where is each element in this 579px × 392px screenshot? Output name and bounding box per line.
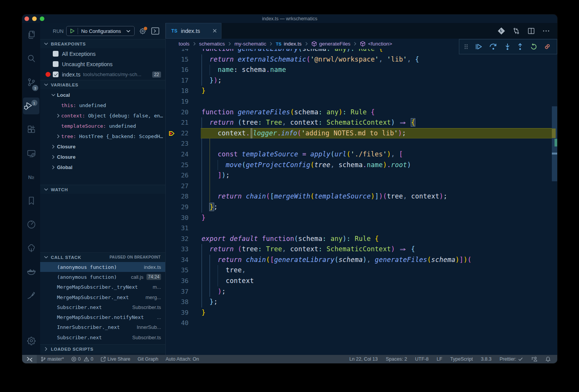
activity-bar-item-gauge[interactable]	[22, 213, 40, 236]
debug-disconnect-button[interactable]	[544, 43, 551, 50]
line-number[interactable]: 17	[166, 75, 201, 86]
status-item[interactable]: 00	[71, 356, 93, 362]
call-stack-frame[interactable]: (anonymous function)index.ts	[40, 262, 165, 272]
breadcrumb-item[interactable]: generateFiles	[311, 41, 351, 47]
debug-step-out-button[interactable]	[517, 43, 523, 50]
breakpoint-row[interactable]: All Exceptions	[40, 49, 165, 59]
line-number[interactable]: 24	[166, 149, 201, 160]
status-item[interactable]: 3.8.3	[481, 356, 491, 362]
variable-row[interactable]: this: undefined	[40, 100, 165, 111]
activity-bar-item-run-debug[interactable]: 1	[22, 94, 40, 118]
close-tab-icon[interactable]	[212, 28, 218, 34]
call-stack-frame[interactable]: (anonymous function)call.js74:24	[40, 272, 165, 282]
line-number[interactable]: 29	[166, 202, 201, 213]
activity-bar-item-files[interactable]	[22, 23, 40, 47]
debug-continue-button[interactable]	[475, 43, 483, 50]
breakpoint-row[interactable]: Uncaught Exceptions	[40, 59, 165, 69]
code-area[interactable]: 14function generateLibrary(schema: any):…	[166, 49, 552, 329]
chevron-right-icon[interactable]	[51, 165, 56, 170]
line-number[interactable]: 21	[166, 117, 201, 128]
debug-restart-button[interactable]	[530, 43, 537, 50]
line-number[interactable]: 30	[166, 213, 201, 223]
status-item[interactable]: LF	[437, 356, 442, 362]
chevron-right-icon[interactable]	[56, 113, 61, 118]
breadcrumb-item[interactable]: schematics	[199, 41, 225, 47]
line-number[interactable]: 36	[166, 276, 201, 286]
more-actions-icon[interactable]	[542, 27, 550, 35]
line-number[interactable]: 38	[166, 297, 201, 307]
tab-index-ts[interactable]: TS index.ts	[166, 23, 221, 39]
line-number[interactable]: 14	[166, 49, 201, 54]
activity-bar-item-sketch[interactable]	[22, 284, 40, 307]
start-debug-icon[interactable]	[70, 28, 75, 34]
activity-bar-item-search[interactable]	[22, 47, 40, 70]
activity-bar-item-source-control[interactable]: 3	[22, 70, 40, 94]
loaded-scripts-section-header[interactable]: LOADED SCRIPTS	[40, 344, 165, 353]
split-editor-icon[interactable]	[527, 27, 535, 35]
gitlens-compare-icon[interactable]	[498, 27, 505, 35]
line-number[interactable]: 35	[166, 265, 201, 276]
breadcrumb-item[interactable]: tools	[179, 41, 190, 47]
line-number[interactable]: 22	[166, 128, 201, 139]
call-stack-frame[interactable]: MergeMapSubscriber.notifyNext...	[40, 312, 165, 322]
line-number[interactable]: 15	[166, 54, 201, 65]
chevron-right-icon[interactable]	[51, 155, 56, 159]
line-number[interactable]: 25	[166, 160, 201, 171]
debug-breakpoint-arrow-icon[interactable]	[169, 130, 175, 137]
variables-scope-row[interactable]: Global	[40, 162, 165, 172]
line-number[interactable]: 23	[166, 138, 201, 149]
line-number[interactable]: 26	[166, 170, 201, 181]
variable-row[interactable]: templateSource: undefined	[40, 121, 165, 131]
call-stack-frame[interactable]: MergeMapSubscriber._nextmerg...	[40, 292, 165, 302]
chevron-right-icon[interactable]	[51, 144, 56, 149]
close-window-button[interactable]	[24, 16, 29, 21]
open-changes-icon[interactable]	[512, 27, 520, 35]
variables-scope-row[interactable]: Local	[40, 90, 165, 100]
call-stack-frame[interactable]: Subscriber.nextSubscriber.ts	[40, 332, 165, 342]
variable-row[interactable]: tree: HostTree {_backend: ScopedH…	[40, 131, 165, 142]
line-number[interactable]: 27	[166, 181, 201, 192]
line-number[interactable]: 34	[166, 255, 201, 265]
variables-scope-row[interactable]: Closure	[40, 152, 165, 162]
call-stack-frame[interactable]: InnerSubscriber._nextInnerSub...	[40, 322, 165, 332]
breakpoint-checkbox[interactable]	[53, 51, 59, 57]
line-number[interactable]: 18	[166, 86, 201, 96]
line-number[interactable]: 33	[166, 244, 201, 255]
debug-step-over-button[interactable]	[489, 43, 498, 50]
watch-section-header[interactable]: WATCH	[40, 185, 165, 194]
chevron-right-icon[interactable]	[56, 134, 61, 139]
call-stack-section-header[interactable]: CALL STACK PAUSED ON BREAKPOINT	[40, 252, 165, 262]
line-number[interactable]: 20	[166, 107, 201, 118]
variables-scope-row[interactable]: Closure	[40, 142, 165, 152]
zoom-window-button[interactable]	[40, 16, 44, 21]
status-item[interactable]: Ln 22, Col 13	[349, 356, 377, 362]
breadcrumb-item[interactable]: TSindex.ts	[276, 41, 301, 47]
minimize-window-button[interactable]	[32, 16, 37, 21]
debug-configuration-dropdown[interactable]: No Configurations	[66, 26, 135, 36]
activity-bar-item-bookmarks[interactable]	[22, 189, 40, 213]
status-item[interactable]	[545, 356, 551, 362]
line-number[interactable]: 32	[166, 234, 201, 244]
line-number[interactable]: 19	[166, 96, 201, 107]
breadcrumb-item[interactable]: <function>	[360, 41, 392, 47]
line-number[interactable]: 28	[166, 191, 201, 202]
status-item[interactable]: Auto Attach: On	[166, 356, 199, 362]
line-number[interactable]: 37	[166, 286, 201, 297]
activity-bar-item-nx-console[interactable]: N≥	[22, 165, 40, 189]
debug-console-button[interactable]	[151, 27, 159, 35]
breakpoint-checkbox[interactable]	[53, 61, 59, 67]
breakpoints-section-header[interactable]: BREAKPOINTS	[40, 39, 165, 48]
chevron-down-icon[interactable]	[51, 93, 56, 98]
status-item[interactable]: Live Share	[101, 356, 130, 362]
debug-step-into-button[interactable]	[504, 43, 511, 50]
line-number[interactable]: 40	[166, 318, 201, 329]
call-stack-frame[interactable]: Subscriber.nextSubscriber.ts	[40, 302, 165, 312]
breadcrumb-item[interactable]: my-schematic	[234, 41, 266, 47]
status-item[interactable]: Git Graph	[138, 356, 158, 362]
variables-section-header[interactable]: VARIABLES	[40, 80, 165, 89]
status-item[interactable]: Spaces: 2	[386, 356, 407, 362]
status-item[interactable]: TypeScript	[450, 356, 473, 362]
line-number[interactable]: 16	[166, 65, 201, 75]
manage-settings-button[interactable]	[22, 329, 40, 353]
line-number[interactable]: 39	[166, 307, 201, 318]
